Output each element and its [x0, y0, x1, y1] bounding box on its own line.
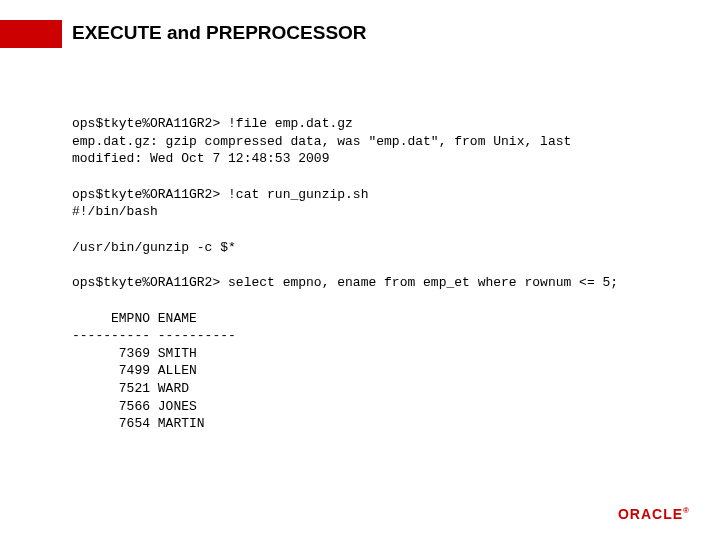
accent-bar	[0, 20, 62, 48]
select-command-block: ops$tkyte%ORA11GR2> select empno, ename …	[72, 274, 680, 292]
table-row: 7499 ALLEN	[72, 362, 680, 380]
table-row: 7369 SMITH	[72, 345, 680, 363]
terminal-content: ops$tkyte%ORA11GR2> !file emp.dat.gz emp…	[72, 115, 680, 451]
terminal-line: #!/bin/bash	[72, 203, 680, 221]
terminal-line: modified: Wed Oct 7 12:48:53 2009	[72, 150, 680, 168]
table-separator: ---------- ----------	[72, 327, 680, 345]
terminal-line: /usr/bin/gunzip -c $*	[72, 239, 680, 257]
script-body-block: /usr/bin/gunzip -c $*	[72, 239, 680, 257]
terminal-line: ops$tkyte%ORA11GR2> !file emp.dat.gz	[72, 115, 680, 133]
registered-mark: ®	[683, 506, 690, 515]
table-row: 7566 JONES	[72, 398, 680, 416]
table-row: 7654 MARTIN	[72, 415, 680, 433]
table-header: EMPNO ENAME	[72, 310, 680, 328]
table-row: 7521 WARD	[72, 380, 680, 398]
query-result-table: EMPNO ENAME ---------- ---------- 7369 S…	[72, 310, 680, 433]
terminal-line: ops$tkyte%ORA11GR2> select empno, ename …	[72, 274, 680, 292]
oracle-logo: ORACLE®	[618, 506, 690, 522]
slide-title: EXECUTE and PREPROCESSOR	[72, 22, 367, 44]
logo-text: ORACLE	[618, 506, 683, 522]
cat-command-block: ops$tkyte%ORA11GR2> !cat run_gunzip.sh #…	[72, 186, 680, 221]
terminal-line: ops$tkyte%ORA11GR2> !cat run_gunzip.sh	[72, 186, 680, 204]
terminal-line: emp.dat.gz: gzip compressed data, was "e…	[72, 133, 680, 151]
file-command-block: ops$tkyte%ORA11GR2> !file emp.dat.gz emp…	[72, 115, 680, 168]
